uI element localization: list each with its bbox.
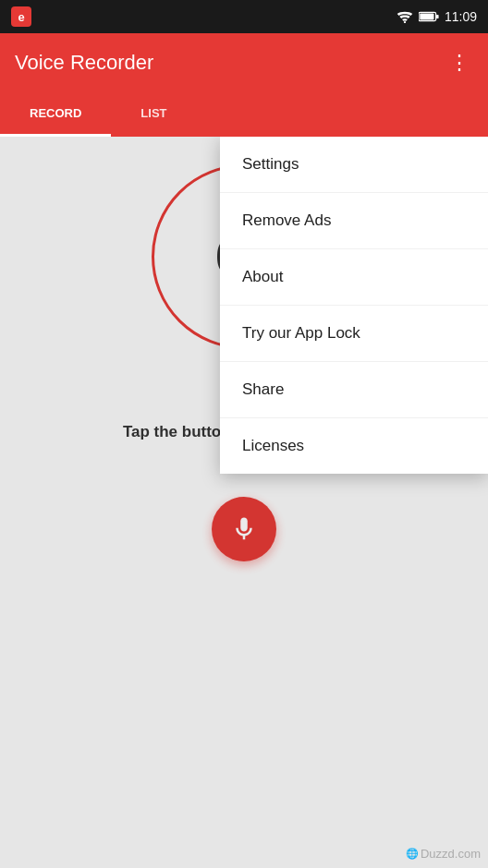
main-content: 00 Tap the button to start recording Set…: [0, 137, 488, 868]
wifi-icon: [396, 10, 413, 23]
status-bar-left: e: [11, 6, 31, 27]
status-bar: e 11:09: [0, 0, 488, 33]
tab-record[interactable]: RECORD: [0, 92, 111, 137]
more-options-icon[interactable]: ⋮: [445, 47, 473, 78]
app-header: Voice Recorder ⋮: [0, 33, 488, 92]
tabs-bar: RECORD LIST: [0, 92, 488, 137]
svg-rect-2: [436, 15, 439, 18]
svg-rect-3: [420, 14, 433, 20]
app-title: Voice Recorder: [15, 51, 445, 75]
app-lock-menu-item[interactable]: Try our App Lock: [220, 306, 488, 362]
battery-icon: [419, 11, 439, 22]
dropdown-menu: Settings Remove Ads About Try our App Lo…: [220, 137, 488, 474]
watermark: 🌐 Duzzd.com: [406, 847, 481, 861]
about-menu-item[interactable]: About: [220, 249, 488, 306]
watermark-text: Duzzd.com: [421, 847, 481, 861]
watermark-logo: 🌐: [406, 848, 419, 860]
tab-list[interactable]: LIST: [111, 92, 196, 137]
share-menu-item[interactable]: Share: [220, 362, 488, 418]
remove-ads-menu-item[interactable]: Remove Ads: [220, 193, 488, 249]
settings-menu-item[interactable]: Settings: [220, 137, 488, 193]
licenses-menu-item[interactable]: Licenses: [220, 418, 488, 474]
status-bar-right: 11:09: [396, 9, 477, 24]
app-icon: e: [11, 6, 31, 27]
status-time: 11:09: [445, 9, 477, 24]
svg-point-0: [404, 21, 406, 23]
